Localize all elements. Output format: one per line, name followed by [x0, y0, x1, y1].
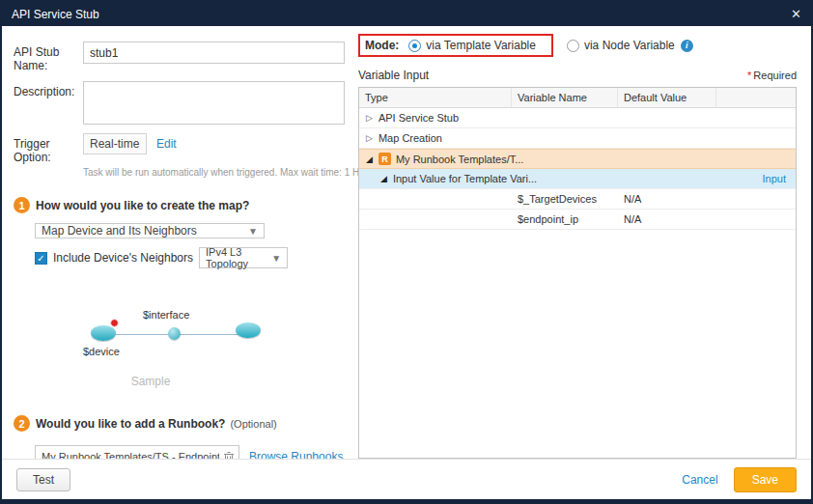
- api-stub-name-row: API Stub Name:: [14, 42, 346, 72]
- variable-input-header-row: Variable Input *Required: [358, 69, 797, 82]
- dialog-body: API Stub Name: Description: Trigger Opti…: [2, 26, 811, 459]
- trigger-edit-link[interactable]: Edit: [156, 133, 177, 151]
- radio-via-template-variable[interactable]: [408, 40, 421, 52]
- description-textarea[interactable]: [83, 81, 345, 125]
- trigger-option-label: Trigger Option:: [14, 133, 83, 164]
- step1-number-badge: 1: [14, 197, 30, 213]
- row-variable-name-cell: $endpoint_ip: [512, 213, 618, 225]
- table-row-runbook-template[interactable]: ◢ R My Runbook Templates/T...: [359, 149, 796, 169]
- column-header-variable-name: Variable Name: [512, 88, 618, 107]
- step1-question: How would you like to create the map?: [36, 199, 249, 212]
- row-default-value-cell: N/A: [618, 213, 716, 225]
- step1-header: 1 How would you like to create the map?: [14, 197, 346, 213]
- required-label: Required: [753, 70, 797, 81]
- interface-node-icon: [168, 327, 181, 340]
- device-alert-icon: [110, 319, 119, 327]
- step2-optional-label: (Optional): [230, 418, 276, 430]
- expand-collapsed-icon[interactable]: ▷: [366, 113, 373, 123]
- input-action-link[interactable]: Input: [763, 173, 796, 184]
- include-neighbors-row: ✓ Include Device's Neighbors IPv4 L3 Top…: [35, 247, 346, 268]
- save-button[interactable]: Save: [734, 467, 797, 492]
- row-variable-name-cell: $_TargetDevices: [512, 193, 618, 205]
- footer-right-group: Cancel Save: [682, 467, 797, 492]
- include-neighbors-label: Include Device's Neighbors: [53, 251, 193, 265]
- trigger-option-row: Trigger Option: Real-time Edit: [14, 133, 346, 164]
- column-header-default-value: Default Value: [618, 88, 716, 107]
- mode-label: Mode:: [365, 39, 399, 52]
- trigger-value: Real-time: [83, 133, 147, 154]
- device-variable-label: $device: [83, 346, 120, 357]
- test-button[interactable]: Test: [16, 468, 70, 491]
- mode-row: Mode: via Template Variable via Node Var…: [358, 34, 797, 57]
- column-header-blank: [716, 88, 796, 107]
- row-default-value-cell: N/A: [618, 193, 716, 205]
- step2-question: Would you like to add a Runbook?: [36, 417, 225, 431]
- variable-input-table: Type Variable Name Default Value ▷ API S…: [358, 87, 797, 459]
- table-row-target-devices[interactable]: $_TargetDevices N/A: [359, 189, 796, 210]
- topology-selected-value: IPv4 L3 Topology: [206, 246, 266, 269]
- expand-expanded-icon[interactable]: ◢: [366, 154, 373, 164]
- map-type-selected-value: Map Device and Its Neighbors: [42, 224, 197, 238]
- table-row-endpoint-ip[interactable]: $endpoint_ip N/A: [359, 210, 796, 230]
- cancel-link[interactable]: Cancel: [682, 473, 717, 487]
- column-header-type: Type: [359, 88, 512, 107]
- variable-input-label: Variable Input: [358, 69, 429, 82]
- api-service-stub-dialog: API Service Stub ✕ API Stub Name: Descri…: [0, 0, 813, 504]
- info-icon[interactable]: i: [681, 40, 693, 52]
- device-icon: [91, 325, 116, 341]
- dialog-footer: Test Cancel Save: [2, 459, 811, 499]
- neighbor-device-icon: [236, 322, 261, 338]
- table-row-input-value[interactable]: ◢ Input Value for Template Vari... Input: [359, 169, 796, 189]
- chevron-down-icon: ▼: [266, 253, 281, 264]
- expand-expanded-icon[interactable]: ◢: [380, 174, 387, 183]
- include-neighbors-checkbox[interactable]: ✓: [35, 252, 47, 265]
- map-sample-preview: $interface $device Sample: [35, 297, 324, 411]
- radio-via-node-variable-label[interactable]: via Node Variable: [584, 39, 675, 52]
- table-empty-area: [359, 230, 796, 458]
- trigger-help-text: Task will be run automatically when trig…: [83, 167, 346, 178]
- radio-via-template-variable-label[interactable]: via Template Variable: [426, 39, 536, 52]
- row-type-label: Input Value for Template Vari...: [393, 173, 537, 184]
- left-pane: API Stub Name: Description: Trigger Opti…: [2, 26, 350, 459]
- topology-select[interactable]: IPv4 L3 Topology ▼: [199, 247, 288, 268]
- table-row-api-service-stub[interactable]: ▷ API Service Stub: [359, 108, 796, 128]
- sample-caption: Sample: [35, 375, 266, 388]
- right-pane: Mode: via Template Variable via Node Var…: [350, 26, 811, 459]
- mode-highlight-annotation: Mode: via Template Variable: [358, 34, 553, 57]
- interface-variable-label: $interface: [143, 309, 189, 321]
- expand-collapsed-icon[interactable]: ▷: [366, 133, 373, 143]
- required-note: *Required: [747, 70, 797, 81]
- description-label: Description:: [14, 81, 83, 98]
- chevron-down-icon: ▼: [242, 226, 258, 237]
- runbook-icon: R: [378, 153, 391, 165]
- required-asterisk: *: [747, 70, 751, 81]
- step2-header: 2 Would you like to add a Runbook? (Opti…: [14, 415, 346, 432]
- table-header-row: Type Variable Name Default Value: [359, 88, 796, 108]
- row-type-label: My Runbook Templates/T...: [396, 154, 523, 165]
- dialog-title: API Service Stub: [12, 8, 99, 21]
- row-type-label: API Service Stub: [378, 112, 459, 124]
- dialog-titlebar: API Service Stub ✕: [2, 2, 811, 26]
- close-icon[interactable]: ✕: [791, 7, 801, 21]
- api-stub-name-label: API Stub Name:: [14, 42, 83, 72]
- map-type-select[interactable]: Map Device and Its Neighbors ▼: [35, 223, 265, 238]
- api-stub-name-input[interactable]: [83, 42, 345, 64]
- description-row: Description:: [14, 81, 346, 125]
- table-row-map-creation[interactable]: ▷ Map Creation: [359, 128, 796, 149]
- step2-number-badge: 2: [14, 415, 30, 432]
- radio-via-node-variable[interactable]: [567, 40, 579, 52]
- row-type-label: Map Creation: [378, 132, 442, 144]
